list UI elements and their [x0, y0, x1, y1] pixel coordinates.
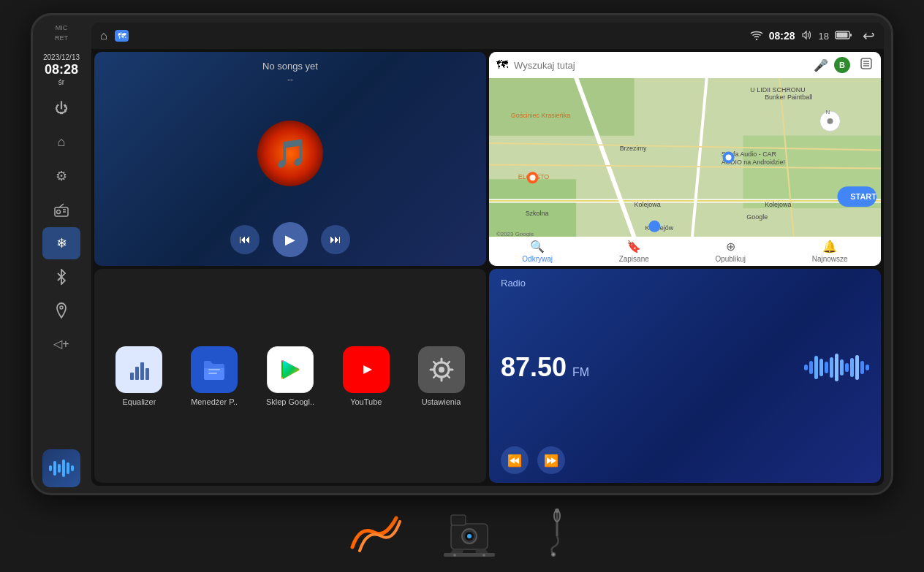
- svg-text:Google: Google: [746, 213, 768, 221]
- radio-rewind-button[interactable]: ⏪: [501, 446, 529, 474]
- google-maps-logo: 🗺: [496, 58, 508, 72]
- ret-label[interactable]: RET: [55, 34, 68, 42]
- map-bottom-nav: 🔍 Odkrywaj 🔖 Zapisane ⊕ Opublikuj 🔔: [489, 237, 881, 266]
- map-search-input[interactable]: [514, 60, 808, 71]
- app-play-store[interactable]: Sklep Googl..: [266, 346, 314, 406]
- svg-point-47: [648, 221, 660, 232]
- svg-point-1: [57, 210, 61, 213]
- svg-rect-14: [850, 34, 852, 37]
- map-searchbar: 🗺 🎤 B: [489, 52, 881, 78]
- status-maps-icon[interactable]: 🗺: [115, 30, 129, 42]
- play-store-icon: [267, 346, 314, 393]
- music-next-button[interactable]: ⏭: [321, 225, 350, 254]
- svg-text:©2023 Google: ©2023 Google: [496, 231, 534, 237]
- screen: ⌂ 🗺 08:28: [91, 23, 884, 486]
- music-widget: No songs yet -- 🎵 ⏮ ▶ ⏭: [94, 52, 486, 266]
- map-widget: 🗺 🎤 B: [489, 52, 881, 266]
- sidebar-item-settings[interactable]: ⚙: [42, 160, 80, 192]
- map-body[interactable]: Szkolna Kolejowa Kolejowa Brzezimy Gości…: [489, 78, 881, 237]
- play-store-label: Sklep Googl..: [266, 397, 314, 406]
- map-layers-icon[interactable]: [859, 56, 874, 74]
- apps-widget: Equalizer Menedżer P..: [94, 269, 486, 483]
- svg-rect-8: [58, 464, 61, 473]
- map-nav-odkrywaj[interactable]: 🔍 Odkrywaj: [522, 240, 553, 263]
- svg-rect-70: [451, 515, 466, 525]
- svg-rect-71: [444, 553, 495, 557]
- svg-text:Bunker Paintball: Bunker Paintball: [765, 94, 812, 101]
- sidebar-item-snowflake[interactable]: ❄: [42, 227, 80, 259]
- svg-text:START: START: [850, 192, 876, 201]
- map-nav-najnowsze[interactable]: 🔔 Najnowsze: [812, 240, 848, 263]
- radio-controls: ⏪ ⏩: [501, 446, 869, 474]
- device-shell: MIC RET 2023/12/13 08:28 śr ⏻ ⌂ ⚙ ❄ ◁+: [31, 13, 893, 495]
- svg-text:Szkolna: Szkolna: [526, 210, 549, 217]
- map-account-icon[interactable]: B: [834, 57, 850, 73]
- map-nav-opublikuj[interactable]: ⊕ Opublikuj: [715, 240, 746, 263]
- svg-point-65: [439, 367, 444, 373]
- map-mic-icon[interactable]: 🎤: [814, 58, 828, 72]
- sidebar-item-home[interactable]: ⌂: [42, 126, 80, 159]
- svg-point-78: [553, 554, 555, 556]
- svg-point-73: [482, 554, 485, 557]
- svg-rect-11: [71, 465, 74, 471]
- mic-label[interactable]: MIC: [56, 24, 68, 31]
- sidebar-date: 2023/12/13: [43, 53, 80, 62]
- svg-marker-61: [283, 360, 300, 379]
- svg-rect-6: [49, 465, 52, 471]
- sidebar-item-location[interactable]: [42, 294, 80, 327]
- app-file-manager[interactable]: Menedżer P..: [191, 346, 238, 406]
- svg-point-12: [756, 38, 757, 39]
- music-album-art: 🎵: [257, 121, 323, 186]
- sidebar-day: śr: [43, 78, 80, 87]
- sidebar-datetime: 2023/12/13 08:28 śr: [42, 49, 81, 91]
- status-home-icon[interactable]: ⌂: [100, 29, 107, 42]
- odkrywaj-icon: 🔍: [530, 240, 545, 253]
- file-manager-label: Menedżer P..: [191, 397, 238, 406]
- svg-text:U LIDII SCHRONU: U LIDII SCHRONU: [750, 86, 805, 94]
- svg-text:Gościniec Krasieńka: Gościniec Krasieńka: [511, 112, 570, 119]
- sidebar-item-power[interactable]: ⏻: [42, 93, 80, 125]
- status-volume: 18: [819, 31, 829, 42]
- svg-point-46: [726, 155, 732, 161]
- radio-forward-button[interactable]: ⏩: [537, 446, 565, 474]
- app-youtube[interactable]: YouTube: [343, 346, 390, 406]
- app-settings[interactable]: Ustawienia: [418, 346, 465, 406]
- svg-rect-7: [53, 461, 56, 476]
- sidebar-item-vol-down[interactable]: ◁+: [42, 328, 80, 360]
- svg-text:Kolejowa: Kolejowa: [635, 201, 661, 208]
- app-equalizer[interactable]: Equalizer: [116, 346, 162, 406]
- wifi-icon: [750, 30, 763, 42]
- accessory-audio-cable: [535, 507, 579, 558]
- svg-rect-10: [67, 462, 69, 474]
- back-icon[interactable]: ↩: [863, 27, 875, 45]
- sidebar-item-radio[interactable]: [42, 194, 80, 226]
- svg-point-44: [530, 175, 536, 180]
- status-bar: ⌂ 🗺 08:28: [91, 23, 884, 49]
- music-play-button[interactable]: ▶: [273, 222, 308, 257]
- map-nav-zapisane[interactable]: 🔖 Zapisane: [619, 240, 649, 263]
- svg-rect-56: [140, 362, 144, 380]
- sidebar-audio-widget[interactable]: [42, 449, 80, 487]
- svg-point-51: [828, 118, 833, 124]
- svg-rect-9: [62, 459, 65, 477]
- zapisane-icon: 🔖: [626, 240, 641, 253]
- youtube-label: YouTube: [350, 397, 382, 406]
- svg-point-76: [555, 508, 559, 513]
- svg-point-69: [467, 534, 472, 538]
- equalizer-icon: [116, 346, 162, 393]
- radio-wave-visualization: [804, 353, 869, 382]
- svg-rect-15: [837, 32, 848, 37]
- equalizer-label: Equalizer: [122, 397, 156, 406]
- youtube-icon: [343, 346, 390, 393]
- svg-rect-57: [145, 368, 149, 380]
- accessories-section: [345, 507, 579, 558]
- music-widget-top: No songs yet --: [262, 61, 318, 85]
- status-time: 08:28: [769, 30, 795, 42]
- music-prev-button[interactable]: ⏮: [230, 225, 260, 254]
- sidebar-item-bluetooth[interactable]: [42, 261, 80, 293]
- radio-freq-value: 87.50: [501, 352, 567, 383]
- svg-point-72: [453, 554, 456, 557]
- music-dashes: --: [287, 75, 293, 85]
- music-controls: ⏮ ▶ ⏭: [230, 222, 350, 257]
- svg-rect-21: [489, 78, 635, 136]
